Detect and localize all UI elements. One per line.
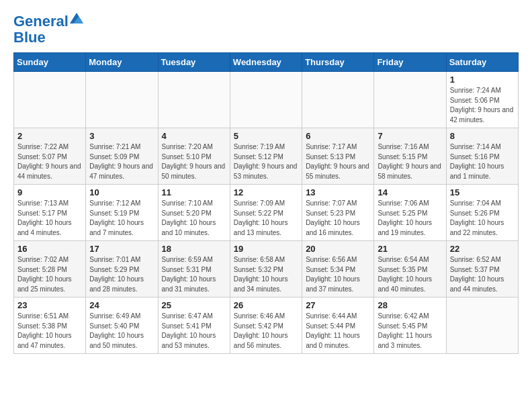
day-info: Sunrise: 6:52 AM Sunset: 5:37 PM Dayligh… <box>450 255 515 294</box>
calendar-cell: 25Sunrise: 6:47 AM Sunset: 5:41 PM Dayli… <box>158 298 230 354</box>
calendar-cell: 22Sunrise: 6:52 AM Sunset: 5:37 PM Dayli… <box>446 241 518 298</box>
calendar-cell: 13Sunrise: 7:07 AM Sunset: 5:23 PM Dayli… <box>302 185 374 241</box>
calendar-cell <box>230 72 302 128</box>
calendar-cell: 11Sunrise: 7:10 AM Sunset: 5:20 PM Dayli… <box>158 185 230 241</box>
day-info: Sunrise: 6:49 AM Sunset: 5:40 PM Dayligh… <box>89 312 154 351</box>
calendar-cell: 16Sunrise: 7:02 AM Sunset: 5:28 PM Dayli… <box>14 241 86 298</box>
day-info: Sunrise: 7:01 AM Sunset: 5:29 PM Dayligh… <box>89 255 154 294</box>
weekday-header-thursday: Thursday <box>302 53 374 72</box>
calendar-cell: 26Sunrise: 6:46 AM Sunset: 5:42 PM Dayli… <box>230 298 302 354</box>
day-info: Sunrise: 7:19 AM Sunset: 5:12 PM Dayligh… <box>234 142 298 181</box>
calendar-week-row: 1Sunrise: 7:24 AM Sunset: 5:06 PM Daylig… <box>14 72 519 128</box>
calendar-cell: 6Sunrise: 7:17 AM Sunset: 5:13 PM Daylig… <box>302 128 374 185</box>
day-number: 16 <box>17 244 82 254</box>
day-number: 14 <box>378 187 442 197</box>
day-info: Sunrise: 7:09 AM Sunset: 5:22 PM Dayligh… <box>234 199 298 238</box>
day-number: 27 <box>306 300 370 310</box>
day-info: Sunrise: 7:14 AM Sunset: 5:16 PM Dayligh… <box>450 142 515 181</box>
day-number: 12 <box>234 187 298 197</box>
day-number: 6 <box>306 131 370 141</box>
day-number: 11 <box>162 187 226 197</box>
day-info: Sunrise: 7:02 AM Sunset: 5:28 PM Dayligh… <box>17 255 82 294</box>
day-number: 15 <box>450 187 515 197</box>
calendar-cell: 8Sunrise: 7:14 AM Sunset: 5:16 PM Daylig… <box>446 128 518 185</box>
day-number: 1 <box>450 75 515 85</box>
day-number: 26 <box>234 300 298 310</box>
day-number: 19 <box>234 244 298 254</box>
day-info: Sunrise: 7:17 AM Sunset: 5:13 PM Dayligh… <box>306 142 370 181</box>
day-number: 4 <box>162 131 226 141</box>
calendar-cell <box>446 298 518 354</box>
calendar-cell: 18Sunrise: 6:59 AM Sunset: 5:31 PM Dayli… <box>158 241 230 298</box>
day-number: 5 <box>234 131 298 141</box>
weekday-header-wednesday: Wednesday <box>230 53 302 72</box>
day-info: Sunrise: 6:42 AM Sunset: 5:45 PM Dayligh… <box>378 312 442 351</box>
day-info: Sunrise: 7:10 AM Sunset: 5:20 PM Dayligh… <box>162 199 226 238</box>
day-info: Sunrise: 6:51 AM Sunset: 5:38 PM Dayligh… <box>17 312 82 351</box>
calendar-cell: 24Sunrise: 6:49 AM Sunset: 5:40 PM Dayli… <box>86 298 158 354</box>
calendar-cell: 20Sunrise: 6:56 AM Sunset: 5:34 PM Dayli… <box>302 241 374 298</box>
logo-icon <box>70 11 83 25</box>
day-info: Sunrise: 6:54 AM Sunset: 5:35 PM Dayligh… <box>378 255 442 294</box>
day-number: 3 <box>89 131 154 141</box>
day-number: 28 <box>378 300 442 310</box>
day-info: Sunrise: 7:12 AM Sunset: 5:19 PM Dayligh… <box>89 199 154 238</box>
calendar-cell <box>86 72 158 128</box>
calendar-week-row: 16Sunrise: 7:02 AM Sunset: 5:28 PM Dayli… <box>14 241 519 298</box>
weekday-header-friday: Friday <box>374 53 446 72</box>
weekday-header-row: SundayMondayTuesdayWednesdayThursdayFrid… <box>14 53 519 72</box>
calendar-cell: 2Sunrise: 7:22 AM Sunset: 5:07 PM Daylig… <box>14 128 86 185</box>
calendar-cell: 21Sunrise: 6:54 AM Sunset: 5:35 PM Dayli… <box>374 241 446 298</box>
weekday-header-monday: Monday <box>86 53 158 72</box>
calendar-cell: 4Sunrise: 7:20 AM Sunset: 5:10 PM Daylig… <box>158 128 230 185</box>
day-number: 25 <box>162 300 226 310</box>
calendar-week-row: 9Sunrise: 7:13 AM Sunset: 5:17 PM Daylig… <box>14 185 519 241</box>
day-info: Sunrise: 7:13 AM Sunset: 5:17 PM Dayligh… <box>17 199 82 238</box>
day-info: Sunrise: 7:20 AM Sunset: 5:10 PM Dayligh… <box>162 142 226 181</box>
logo: General Blue <box>13 13 83 46</box>
calendar-week-row: 23Sunrise: 6:51 AM Sunset: 5:38 PM Dayli… <box>14 298 519 354</box>
day-info: Sunrise: 6:58 AM Sunset: 5:32 PM Dayligh… <box>234 255 298 294</box>
calendar-cell: 19Sunrise: 6:58 AM Sunset: 5:32 PM Dayli… <box>230 241 302 298</box>
day-info: Sunrise: 7:22 AM Sunset: 5:07 PM Dayligh… <box>17 142 82 181</box>
weekday-header-sunday: Sunday <box>14 53 86 72</box>
calendar-week-row: 2Sunrise: 7:22 AM Sunset: 5:07 PM Daylig… <box>14 128 519 185</box>
day-number: 10 <box>89 187 154 197</box>
page-header: General Blue <box>13 13 519 46</box>
day-number: 24 <box>89 300 154 310</box>
calendar-cell <box>374 72 446 128</box>
day-number: 9 <box>17 187 82 197</box>
day-info: Sunrise: 7:06 AM Sunset: 5:25 PM Dayligh… <box>378 199 442 238</box>
calendar-cell: 28Sunrise: 6:42 AM Sunset: 5:45 PM Dayli… <box>374 298 446 354</box>
day-number: 2 <box>17 131 82 141</box>
calendar-cell: 17Sunrise: 7:01 AM Sunset: 5:29 PM Dayli… <box>86 241 158 298</box>
logo-text-blue: Blue <box>13 30 83 46</box>
day-number: 13 <box>306 187 370 197</box>
day-info: Sunrise: 7:16 AM Sunset: 5:15 PM Dayligh… <box>378 142 442 181</box>
weekday-header-saturday: Saturday <box>446 53 518 72</box>
day-info: Sunrise: 6:47 AM Sunset: 5:41 PM Dayligh… <box>162 312 226 351</box>
day-number: 21 <box>378 244 442 254</box>
day-info: Sunrise: 6:44 AM Sunset: 5:44 PM Dayligh… <box>306 312 370 351</box>
day-number: 17 <box>89 244 154 254</box>
day-number: 8 <box>450 131 515 141</box>
day-info: Sunrise: 6:56 AM Sunset: 5:34 PM Dayligh… <box>306 255 370 294</box>
calendar-cell: 9Sunrise: 7:13 AM Sunset: 5:17 PM Daylig… <box>14 185 86 241</box>
weekday-header-tuesday: Tuesday <box>158 53 230 72</box>
calendar-cell <box>158 72 230 128</box>
calendar-cell: 27Sunrise: 6:44 AM Sunset: 5:44 PM Dayli… <box>302 298 374 354</box>
calendar-cell <box>302 72 374 128</box>
day-number: 23 <box>17 300 82 310</box>
calendar-cell: 3Sunrise: 7:21 AM Sunset: 5:09 PM Daylig… <box>86 128 158 185</box>
calendar-cell: 5Sunrise: 7:19 AM Sunset: 5:12 PM Daylig… <box>230 128 302 185</box>
calendar-cell: 23Sunrise: 6:51 AM Sunset: 5:38 PM Dayli… <box>14 298 86 354</box>
day-info: Sunrise: 7:21 AM Sunset: 5:09 PM Dayligh… <box>89 142 154 181</box>
calendar-table: SundayMondayTuesdayWednesdayThursdayFrid… <box>13 52 519 354</box>
day-info: Sunrise: 6:46 AM Sunset: 5:42 PM Dayligh… <box>234 312 298 351</box>
day-info: Sunrise: 6:59 AM Sunset: 5:31 PM Dayligh… <box>162 255 226 294</box>
calendar-cell: 1Sunrise: 7:24 AM Sunset: 5:06 PM Daylig… <box>446 72 518 128</box>
day-number: 18 <box>162 244 226 254</box>
calendar-cell: 7Sunrise: 7:16 AM Sunset: 5:15 PM Daylig… <box>374 128 446 185</box>
day-number: 20 <box>306 244 370 254</box>
calendar-cell: 12Sunrise: 7:09 AM Sunset: 5:22 PM Dayli… <box>230 185 302 241</box>
